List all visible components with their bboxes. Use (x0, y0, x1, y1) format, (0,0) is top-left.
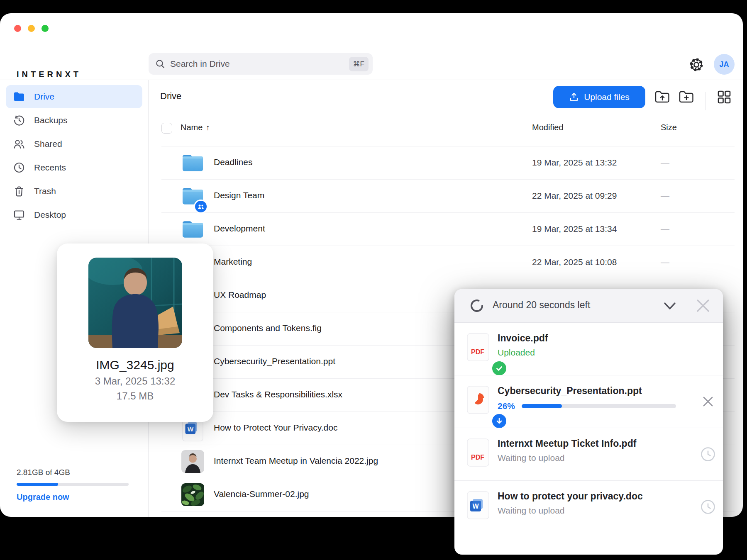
storage-progress-track (17, 483, 129, 486)
maximize-window-button[interactable] (42, 25, 49, 32)
file-size: — (661, 191, 669, 201)
preview-size: 17.5 MB (117, 390, 154, 402)
search-input[interactable]: Search in Drive ⌘F (149, 53, 373, 75)
sidebar-item-label: Desktop (34, 210, 66, 220)
toolbar-divider (706, 92, 706, 110)
svg-text:PDF: PDF (471, 348, 484, 355)
img-leaves-icon (181, 483, 204, 506)
file-name: Deadlines (214, 157, 252, 167)
upload-item: Cybersecurity_Presentation.ppt 26% (454, 375, 723, 428)
window-controls (14, 25, 49, 32)
drive-icon (13, 91, 25, 102)
ppt-file-icon (466, 385, 490, 418)
file-name: Dev Tasks & Responsibilities.xlsx (214, 390, 342, 399)
upload-progress-fill (522, 404, 562, 408)
shared-folder-badge (194, 200, 208, 214)
folder-icon (181, 218, 204, 241)
column-header-modified[interactable]: Modified (532, 123, 564, 132)
file-name: Internxt Team Meetup in Valencia 2022.jp… (214, 456, 378, 466)
sidebar-item-desktop[interactable]: Desktop (6, 203, 142, 226)
file-name: Marketing (214, 257, 252, 267)
upload-item-name: Invoice.pdf (498, 333, 676, 344)
file-name: Development (214, 224, 265, 234)
pdf-file-icon: PDF (466, 438, 490, 470)
sidebar-item-trash[interactable]: Trash (6, 180, 142, 203)
waiting-clock-icon (700, 446, 716, 462)
file-name: UX Roadmap (214, 290, 266, 300)
upload-progress-panel: Around 20 seconds left PDF Invoice.pdf U… (454, 289, 723, 555)
desktop-icon (13, 209, 25, 221)
minimize-window-button[interactable] (28, 25, 35, 32)
table-row[interactable]: Deadlines 19 Mar, 2025 at 13:32 — (161, 146, 735, 180)
storage-meter: 2.81GB of 4GB Upgrade now (17, 468, 133, 502)
sidebar-item-recents[interactable]: Recents (6, 156, 142, 179)
shared-icon (13, 138, 25, 150)
column-header-name[interactable]: Name↑ (181, 123, 210, 132)
upload-item-name: Internxt Meetup Ticket Info.pdf (498, 438, 676, 449)
file-modified: 19 Mar, 2025 at 13:32 (532, 158, 617, 168)
close-panel-icon[interactable] (694, 297, 712, 314)
sidebar-item-label: Drive (34, 92, 54, 102)
avatar[interactable]: JA (714, 54, 735, 75)
sidebar-item-label: Backups (34, 115, 68, 125)
table-row[interactable]: Marketing 22 Mar, 2025 at 10:08 — (161, 246, 735, 279)
upload-item-name: Cybersecurity_Presentation.ppt (498, 385, 676, 397)
sidebar-item-label: Shared (34, 139, 62, 149)
file-name: Components and Tokens.fig (214, 323, 322, 333)
table-row[interactable]: Design Team 22 Mar, 2025 at 09:29 — (161, 180, 735, 213)
recents-icon (13, 162, 25, 173)
sidebar-item-label: Recents (34, 163, 66, 173)
sidebar-item-label: Trash (34, 186, 56, 196)
table-header: Name↑ Modified Size (161, 118, 735, 146)
upload-items-list: PDF Invoice.pdf Uploaded Cybersecurity_P… (454, 323, 723, 533)
file-name: Valencia-Summer-02.jpg (214, 489, 309, 499)
storage-usage-label: 2.81GB of 4GB (17, 468, 133, 477)
upload-item: W How to protect your privacy.doc Waitin… (454, 480, 723, 533)
upload-progress-track (522, 404, 676, 408)
table-row[interactable]: Development 19 Mar, 2025 at 13:34 — (161, 213, 735, 246)
file-name: Design Team (214, 190, 264, 200)
folder-icon (181, 151, 204, 174)
search-icon (155, 59, 165, 69)
upload-percent: 26% (498, 401, 515, 411)
sort-asc-icon: ↑ (206, 123, 210, 132)
folder-icon (181, 185, 204, 207)
internxt-logo: INTERNXT (17, 70, 81, 79)
trash-icon (13, 185, 25, 197)
upload-item: PDF Invoice.pdf Uploaded (454, 323, 723, 375)
upload-folder-icon[interactable] (655, 90, 670, 104)
upload-files-button[interactable]: Upload files (553, 86, 645, 108)
close-window-button[interactable] (14, 25, 21, 32)
upload-panel-header: Around 20 seconds left (454, 289, 723, 323)
upgrade-now-link[interactable]: Upgrade now (17, 492, 133, 502)
file-name: How to Protect Your Privacy.doc (214, 423, 337, 433)
sidebar-item-drive[interactable]: Drive (6, 85, 142, 108)
file-size: — (661, 158, 669, 168)
sidebar-item-shared[interactable]: Shared (6, 132, 142, 156)
sidebar-item-backups[interactable]: Backups (6, 109, 142, 132)
column-header-size[interactable]: Size (661, 123, 677, 132)
file-size: — (661, 257, 669, 267)
upload-time-remaining: Around 20 seconds left (493, 299, 590, 311)
svg-text:W: W (188, 425, 194, 432)
upload-item: PDF Internxt Meetup Ticket Info.pdf Wait… (454, 428, 723, 480)
search-placeholder: Search in Drive (170, 59, 349, 69)
file-modified: 22 Mar, 2025 at 10:08 (532, 257, 617, 267)
settings-gear-icon[interactable] (688, 56, 705, 73)
new-folder-icon[interactable] (679, 90, 694, 104)
grid-view-icon[interactable] (717, 90, 732, 103)
file-preview-card: IMG_3245.jpg 3 Mar, 2025 13:32 17.5 MB (57, 243, 213, 422)
collapse-panel-chevron-down-icon[interactable] (661, 298, 679, 313)
preview-filename: IMG_3245.jpg (96, 358, 174, 372)
svg-text:W: W (472, 503, 479, 510)
select-all-checkbox[interactable] (161, 123, 172, 134)
upload-status-uploaded: Uploaded (498, 348, 676, 358)
storage-progress-fill (17, 483, 58, 486)
waiting-clock-icon (700, 499, 716, 515)
upload-item-name: How to protect your privacy.doc (498, 491, 676, 502)
file-modified: 19 Mar, 2025 at 13:34 (532, 224, 617, 234)
svg-text:PDF: PDF (471, 454, 484, 461)
cancel-upload-icon[interactable] (700, 394, 716, 409)
sidebar-nav: Drive Backups Shared Recents Trash Deskt… (0, 85, 148, 227)
uploaded-check-badge (491, 360, 508, 377)
